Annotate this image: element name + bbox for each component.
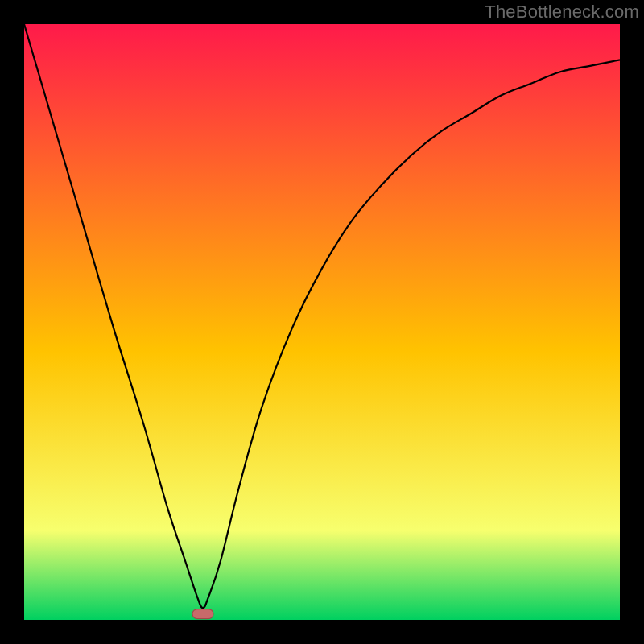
- optimal-marker: [192, 609, 213, 619]
- chart-container: TheBottleneck.com: [0, 0, 644, 644]
- plot-area: [24, 24, 620, 620]
- watermark-text: TheBottleneck.com: [485, 2, 639, 23]
- bottleneck-chart: [0, 0, 644, 644]
